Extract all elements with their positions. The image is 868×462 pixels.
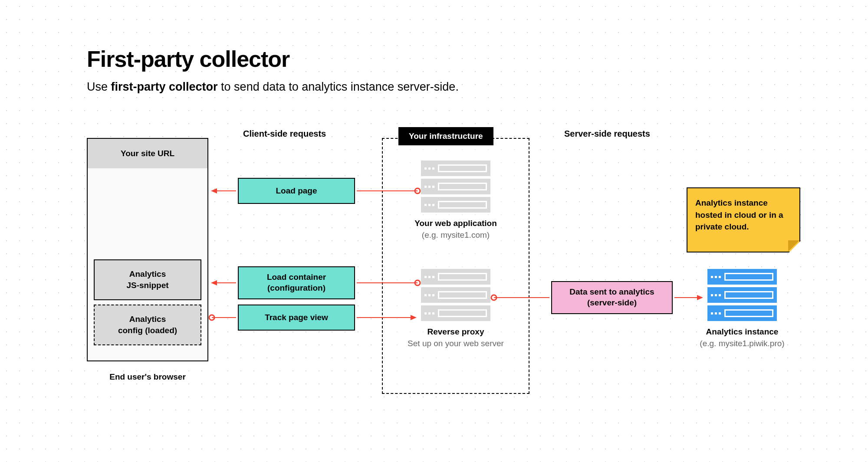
diagram-subtitle: Use first-party collector to send data t… <box>87 80 459 94</box>
analytics-instance-server-icon <box>707 269 777 321</box>
web-application-sub: (e.g. mysite1.com) <box>382 229 529 241</box>
web-application-title: Your web application <box>382 218 529 229</box>
browser-caption: End user's browser <box>87 372 208 382</box>
flow-data-sent: Data sent to analytics(server-side) <box>551 281 673 314</box>
sticky-note: Analytics instance hosted in cloud or in… <box>687 187 800 252</box>
web-application-server-icon <box>421 161 490 213</box>
web-application-caption: Your web application (e.g. mysite1.com) <box>382 218 529 241</box>
reverse-proxy-server-icon <box>421 269 490 321</box>
subtitle-prefix: Use <box>87 80 111 93</box>
subtitle-bold: first-party collector <box>111 80 218 93</box>
end-user-browser: Your site URL AnalyticsJS-snippet Analyt… <box>87 138 208 361</box>
analytics-config-loaded: Analyticsconfig (loaded) <box>94 305 201 345</box>
analytics-instance-sub: (e.g. mysite1.piwik.pro) <box>677 338 807 350</box>
analytics-instance-caption: Analytics instance (e.g. mysite1.piwik.p… <box>677 326 807 349</box>
analytics-js-snippet: AnalyticsJS-snippet <box>94 259 201 300</box>
subtitle-suffix: to send data to analytics instance serve… <box>218 80 459 93</box>
reverse-proxy-title: Reverse proxy <box>382 326 529 338</box>
flow-load-container: Load container(configuration) <box>238 266 355 299</box>
flow-load-page: Load page <box>238 178 355 204</box>
browser-url-bar: Your site URL <box>88 139 207 168</box>
server-side-label: Server-side requests <box>564 129 650 139</box>
your-infrastructure-tag: Your infrastructure <box>398 127 493 145</box>
reverse-proxy-caption: Reverse proxy Set up on your web server <box>382 326 529 349</box>
diagram-title: First-party collector <box>87 46 289 72</box>
client-side-label: Client-side requests <box>243 129 326 139</box>
reverse-proxy-sub: Set up on your web server <box>382 338 529 350</box>
flow-track-page-view: Track page view <box>238 305 355 331</box>
analytics-instance-title: Analytics instance <box>677 326 807 338</box>
